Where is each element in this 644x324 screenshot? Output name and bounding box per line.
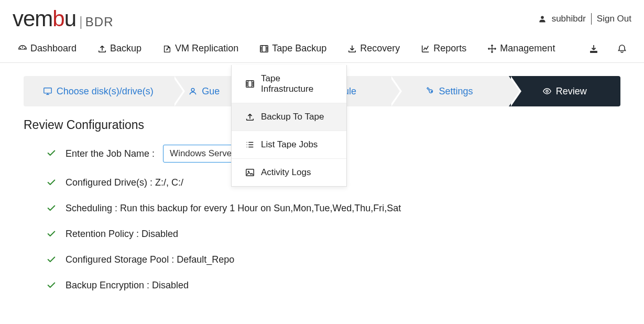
nav-vm-replication[interactable]: VM Replication — [155, 35, 246, 62]
step-label: Review — [556, 86, 587, 97]
move-icon — [487, 44, 497, 53]
eye-icon — [542, 87, 552, 96]
dropdown-label: Backup To Tape — [261, 112, 324, 122]
nav-label: Reports — [433, 43, 466, 54]
nav-label: Dashboard — [30, 43, 77, 54]
wrench-icon — [425, 87, 434, 96]
check-icon — [47, 280, 57, 291]
share-icon — [162, 44, 172, 53]
dropdown-label: Tape Infrastructure — [261, 73, 333, 94]
film-icon — [245, 79, 255, 89]
logo-separator: | — [79, 14, 83, 30]
dropdown-tape-infrastructure[interactable]: Tape Infrastructure — [232, 65, 346, 103]
nav-label: Backup — [110, 43, 141, 54]
notifications-button[interactable] — [616, 42, 628, 55]
nav-management[interactable]: Management — [480, 35, 562, 62]
main-nav: Dashboard Backup VM Replication Tape Bac… — [0, 35, 644, 63]
user-icon — [538, 15, 547, 23]
config-storage-pool: Configured Storage Pool : Default_Repo — [47, 254, 620, 265]
dropdown-label: Activity Logs — [261, 167, 311, 178]
nav-backup[interactable]: Backup — [90, 35, 149, 62]
check-icon — [47, 178, 57, 188]
step-choose-disks[interactable]: Choose disk(s)/drive(s) — [24, 76, 172, 106]
logo-suffix: BDR — [85, 15, 114, 29]
tape-backup-dropdown: Tape Infrastructure Backup To Tape List … — [231, 65, 347, 187]
upload-icon — [245, 112, 255, 122]
config-text: Configured Drive(s) : Z:/, C:/ — [66, 177, 183, 188]
film-icon — [259, 44, 269, 53]
upload-icon — [97, 44, 107, 53]
dropdown-activity-logs[interactable]: Activity Logs — [232, 159, 346, 186]
divider — [591, 13, 592, 25]
user-icon — [188, 87, 198, 96]
step-review[interactable]: Review — [509, 76, 620, 106]
check-icon — [47, 255, 57, 265]
nav-recovery[interactable]: Recovery — [340, 35, 407, 62]
check-icon — [47, 229, 57, 240]
config-retention: Retention Policy : Disabled — [47, 229, 620, 240]
config-text: Retention Policy : Disabled — [66, 229, 178, 240]
step-label: Choose disk(s)/drive(s) — [57, 86, 154, 97]
job-name-label: Enter the Job Name : — [66, 148, 155, 159]
list-icon — [245, 140, 255, 149]
step-label: Gue — [202, 86, 220, 97]
config-encryption: Backup Encryption : Disabled — [47, 280, 620, 291]
dropdown-backup-to-tape[interactable]: Backup To Tape — [232, 103, 346, 131]
check-icon — [47, 148, 57, 159]
dropdown-label: List Tape Jobs — [261, 139, 318, 150]
job-name-input[interactable] — [163, 145, 242, 163]
logo-main: vembu — [13, 6, 76, 31]
dashboard-icon — [18, 44, 27, 53]
config-scheduling: Scheduling : Run this backup for every 1… — [47, 203, 620, 214]
check-icon — [47, 203, 57, 214]
config-text: Backup Encryption : Disabled — [66, 280, 189, 291]
nav-label: Recovery — [360, 43, 400, 54]
username: subhibdr — [552, 14, 586, 24]
step-settings[interactable]: Settings — [389, 76, 508, 106]
sign-out-link[interactable]: Sign Out — [597, 14, 631, 24]
nav-dashboard[interactable]: Dashboard — [10, 35, 84, 62]
nav-tape-backup[interactable]: Tape Backup — [252, 35, 334, 62]
nav-label: Management — [500, 43, 555, 54]
config-text: Scheduling : Run this backup for every 1… — [66, 203, 401, 214]
download-button[interactable] — [587, 42, 600, 55]
nav-label: Tape Backup — [272, 43, 326, 54]
step-label: Settings — [439, 86, 473, 97]
nav-reports[interactable]: Reports — [413, 35, 474, 62]
logo: vembu | BDR — [13, 6, 114, 31]
dropdown-list-tape-jobs[interactable]: List Tape Jobs — [232, 131, 346, 159]
config-text: Configured Storage Pool : Default_Repo — [66, 254, 234, 265]
image-icon — [245, 168, 255, 177]
chart-icon — [421, 44, 430, 53]
monitor-icon — [43, 87, 52, 96]
download-icon — [347, 44, 357, 53]
nav-label: VM Replication — [175, 43, 238, 54]
